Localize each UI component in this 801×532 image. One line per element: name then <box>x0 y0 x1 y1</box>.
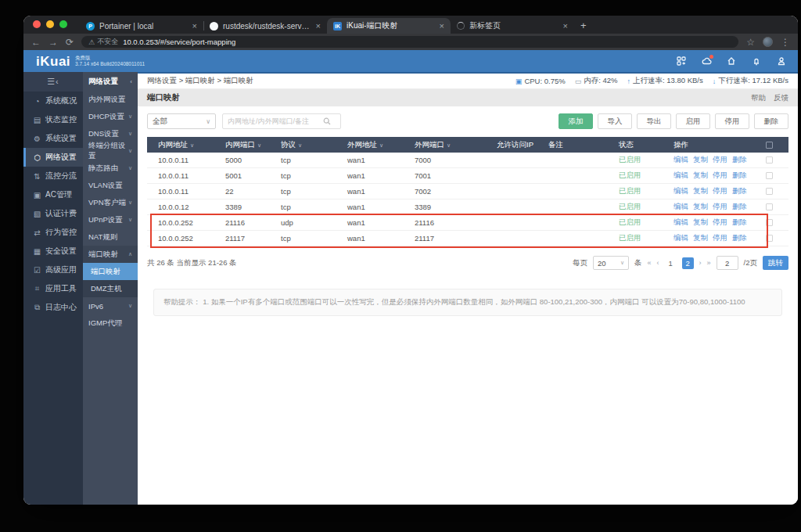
sidebar-collapse-button[interactable]: ☰‹ <box>23 72 83 92</box>
table-row[interactable]: 10.0.0.11 5000 tcp wan1 7000 已启用 编辑复制停用删… <box>147 153 788 168</box>
submenu-item-dhcp[interactable]: DHCP设置∨ <box>83 108 138 125</box>
col-header-wan-port[interactable]: 外网端口∨ <box>415 140 497 150</box>
close-tab-icon[interactable]: × <box>440 21 444 31</box>
submenu-item-igmp-proxy[interactable]: IGMP代理 <box>83 315 138 332</box>
tab-ikuai-active[interactable]: iK iKuai-端口映射 × <box>327 18 451 34</box>
sidebar-item-system-settings[interactable]: ⚙系统设置 <box>23 129 83 148</box>
sidebar-item-log-center[interactable]: ⧉日志中心 <box>23 298 83 317</box>
browser-profile-avatar[interactable] <box>763 37 773 47</box>
forward-icon[interactable]: → <box>48 38 58 47</box>
zoom-window-button[interactable] <box>59 20 67 28</box>
sidebar-item-auth-billing[interactable]: ▧认证计费 <box>23 204 83 223</box>
submenu-item-upnp[interactable]: UPnP设置∨ <box>83 211 138 228</box>
delete-link[interactable]: 删除 <box>732 233 747 243</box>
row-checkbox[interactable] <box>766 219 773 226</box>
submenu-item-dmz-host[interactable]: DMZ主机 <box>83 280 138 297</box>
col-header-lan-port[interactable]: 内网端口∨ <box>225 140 281 150</box>
apps-grid-icon[interactable] <box>676 56 687 66</box>
copy-link[interactable]: 复制 <box>693 217 708 228</box>
browser-menu-icon[interactable]: ⋮ <box>781 38 790 47</box>
table-row[interactable]: 10.0.0.252 21116 udp wan1 21116 已启用 编辑复制… <box>147 215 788 231</box>
edit-link[interactable]: 编辑 <box>673 233 688 243</box>
filter-select[interactable]: 全部 ∨ <box>147 113 216 129</box>
table-row[interactable]: 10.0.0.252 21117 tcp wan1 21117 已启用 编辑复制… <box>147 231 788 246</box>
address-bar[interactable]: ⚠ 不安全 10.0.0.253/#/service/port-mapping <box>81 36 738 48</box>
bell-icon[interactable] <box>751 56 762 66</box>
close-tab-icon[interactable]: × <box>563 21 568 31</box>
disable-button[interactable]: 停用 <box>715 113 749 129</box>
delete-link[interactable]: 删除 <box>732 217 747 228</box>
submenu-item-static-routes[interactable]: 静态路由∨ <box>83 160 138 177</box>
tab-newtab[interactable]: 新标签页 × <box>451 18 574 34</box>
delete-link[interactable]: 删除 <box>732 171 747 181</box>
row-checkbox[interactable] <box>766 156 773 164</box>
export-button[interactable]: 导出 <box>637 113 671 129</box>
col-header-lan-ip[interactable]: 内网地址∨ <box>158 140 225 150</box>
tab-rustdesk[interactable]: rustdesk/rustdesk-server: Ru × <box>203 18 327 34</box>
sort-icon[interactable]: ∨ <box>379 142 383 148</box>
disable-link[interactable]: 停用 <box>713 202 727 212</box>
edit-link[interactable]: 编辑 <box>673 155 688 165</box>
page-2-button[interactable]: 2 <box>682 257 694 269</box>
edit-link[interactable]: 编辑 <box>673 186 688 196</box>
enable-button[interactable]: 启用 <box>676 113 710 129</box>
reload-icon[interactable]: ⟳ <box>66 38 74 47</box>
page-1-button[interactable]: 1 <box>665 257 677 269</box>
table-row[interactable]: 10.0.0.11 5001 tcp wan1 7001 已启用 编辑复制停用删… <box>147 168 788 184</box>
jump-page-input[interactable] <box>717 256 738 270</box>
disable-link[interactable]: 停用 <box>713 155 727 165</box>
delete-link[interactable]: 删除 <box>732 186 747 196</box>
security-chip[interactable]: ⚠ 不安全 <box>88 37 118 47</box>
per-page-select[interactable]: 20∨ <box>593 256 629 270</box>
new-tab-button[interactable]: + <box>580 20 587 34</box>
submenu-item-port-mapping-active[interactable]: 端口映射 <box>83 263 138 280</box>
delete-link[interactable]: 删除 <box>732 202 747 212</box>
row-checkbox[interactable] <box>766 235 773 242</box>
sidebar-item-app-tools[interactable]: ⌗应用工具 <box>23 279 83 298</box>
disable-link[interactable]: 停用 <box>713 217 727 228</box>
sort-icon[interactable]: ∨ <box>298 142 302 148</box>
table-row[interactable]: 10.0.0.12 3389 tcp wan1 3389 已启用 编辑复制停用删… <box>147 200 788 215</box>
jump-button[interactable]: 跳转 <box>763 256 788 270</box>
disable-link[interactable]: 停用 <box>713 233 727 243</box>
disable-link[interactable]: 停用 <box>713 171 727 181</box>
first-page-button[interactable]: « <box>648 259 652 267</box>
search-icon[interactable] <box>323 117 331 125</box>
search-input[interactable] <box>228 117 320 125</box>
copy-link[interactable]: 复制 <box>693 171 708 181</box>
submenu-item-nat-rules[interactable]: NAT规则 <box>83 228 138 246</box>
import-button[interactable]: 导入 <box>598 113 632 129</box>
sidebar-item-status-monitor[interactable]: ▤状态监控 <box>23 110 83 129</box>
row-checkbox[interactable] <box>766 172 773 179</box>
sidebar-item-flow-control[interactable]: ⇅流控分流 <box>23 167 83 185</box>
submenu-item-wan-lan[interactable]: 内外网设置 <box>83 91 138 108</box>
last-page-button[interactable]: » <box>707 259 711 267</box>
sidebar-item-advanced-apps[interactable]: ☑高级应用 <box>23 261 83 279</box>
submenu-item-vlan[interactable]: VLAN设置 <box>83 177 138 194</box>
submenu-item-vpn-client[interactable]: VPN客户端∨ <box>83 194 138 211</box>
sidebar-item-behavior-control[interactable]: ⇄行为管控 <box>23 223 83 242</box>
minimize-window-button[interactable] <box>46 20 54 28</box>
edit-link[interactable]: 编辑 <box>673 202 688 212</box>
sidebar-item-security-settings[interactable]: ▦安全设置 <box>23 242 83 261</box>
disable-link[interactable]: 停用 <box>713 186 727 196</box>
select-all-checkbox[interactable] <box>766 142 773 149</box>
tab-portainer[interactable]: P Portainer | local × <box>80 18 203 34</box>
col-header-wan[interactable]: 外网地址∨ <box>347 140 415 150</box>
table-row[interactable]: 10.0.0.11 22 tcp wan1 7002 已启用 编辑复制停用删除 <box>147 184 788 200</box>
help-link[interactable]: 帮助 <box>751 93 766 103</box>
bookmark-star-icon[interactable]: ☆ <box>746 38 755 47</box>
copy-link[interactable]: 复制 <box>693 155 708 165</box>
sort-icon[interactable]: ∨ <box>447 142 451 148</box>
next-page-button[interactable]: › <box>699 259 702 267</box>
close-tab-icon[interactable]: × <box>192 21 197 31</box>
close-window-button[interactable] <box>33 20 41 28</box>
copy-link[interactable]: 复制 <box>693 233 708 243</box>
submenu-title[interactable]: 网络设置‹ <box>83 72 138 91</box>
prev-page-button[interactable]: ‹ <box>657 259 659 267</box>
sidebar-item-ac-management[interactable]: ▣AC管理 <box>23 185 83 204</box>
edit-link[interactable]: 编辑 <box>673 217 688 228</box>
row-checkbox[interactable] <box>766 203 773 210</box>
back-icon[interactable]: ← <box>31 38 41 47</box>
sidebar-item-network-settings[interactable]: ⬡网络设置 <box>23 148 83 167</box>
